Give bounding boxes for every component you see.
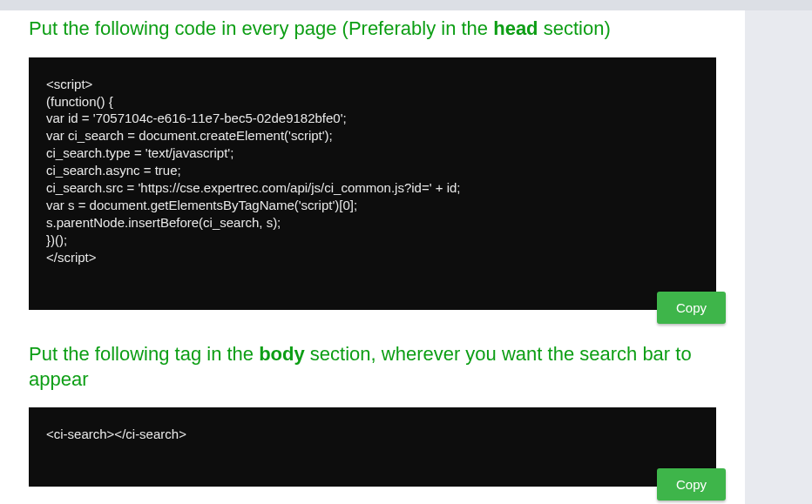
section1-heading: Put the following code in every page (Pr… (29, 10, 716, 42)
section1-heading-bold: head (493, 17, 538, 39)
content-area: Put the following code in every page (Pr… (0, 10, 745, 504)
top-bar (0, 0, 812, 10)
code-container-1: <script> (function() { var id = '7057104… (29, 57, 716, 310)
section1-heading-post: section) (538, 17, 611, 39)
code-block-1: <script> (function() { var id = '7057104… (29, 57, 716, 310)
code-block-2: <ci-search></ci-search> (29, 407, 716, 487)
copy-button-1[interactable]: Copy (657, 292, 726, 324)
section2-heading: Put the following tag in the body sectio… (29, 336, 716, 392)
section1-heading-pre: Put the following code in every page (Pr… (29, 17, 493, 39)
code-container-2: <ci-search></ci-search> Copy (29, 407, 716, 487)
section-gap (29, 310, 716, 336)
section2-heading-pre: Put the following tag in the (29, 343, 259, 365)
section2-heading-bold: body (259, 343, 305, 365)
copy-button-2[interactable]: Copy (657, 468, 726, 501)
